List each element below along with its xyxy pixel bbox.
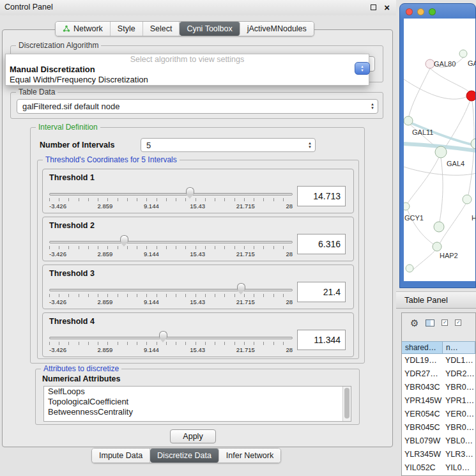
slider-thumb[interactable] — [159, 331, 167, 338]
scale-label: 15.43 — [190, 346, 205, 353]
list-scrollbar[interactable] — [342, 387, 351, 421]
threshold-3-slider[interactable]: -3.4262.8599.14415.4321.71528 — [49, 282, 293, 307]
attributes-group: Attributes to discretize Numerical Attri… — [35, 369, 360, 425]
network-icon — [63, 25, 70, 33]
network-node — [463, 195, 472, 204]
threshold-4-card: Threshold 4 -3.4262.8599.14415.4321.7152… — [42, 312, 354, 357]
popup-item-manual-discretization[interactable]: Manual Discretization — [6, 65, 369, 75]
cell: YBL0… — [443, 434, 475, 448]
slider-thumb[interactable] — [120, 235, 128, 242]
checkbox-icon[interactable]: ✓ — [441, 319, 448, 326]
network-edges — [404, 58, 476, 271]
column-header-shared-name[interactable]: shared… — [402, 341, 443, 354]
selected-network-node — [466, 91, 476, 101]
slider-scale: -3.4262.8599.14415.4321.71528 — [49, 298, 293, 305]
table-row[interactable]: YDL19…YDL1… — [402, 354, 475, 367]
cell: YBR0… — [443, 381, 475, 394]
close-traffic-light-icon[interactable] — [406, 8, 413, 15]
threshold-value-field[interactable]: 14.713 — [297, 186, 346, 206]
tab-infer-network[interactable]: Infer Network — [219, 449, 280, 463]
slider-thumb[interactable] — [186, 187, 194, 194]
tab-discretize-data[interactable]: Discretize Data — [150, 449, 219, 463]
zoom-traffic-light-icon[interactable] — [429, 8, 436, 15]
thresholds-group: Threshold's Coordinates for 5 Intervals … — [37, 160, 359, 359]
network-nodes[interactable] — [404, 50, 476, 272]
number-of-intervals-combobox[interactable]: 5 ▲▼ — [141, 138, 316, 152]
network-node — [433, 242, 441, 251]
interval-definition-group: Interval Definition Number of Intervals … — [30, 127, 365, 364]
scale-label: 2.859 — [98, 298, 113, 305]
threshold-value-field[interactable]: 21.4 — [297, 282, 346, 302]
list-item[interactable]: BetweennessCentrality — [44, 407, 351, 417]
scale-label: -3.426 — [49, 346, 66, 353]
cell: YER054C — [402, 408, 443, 421]
list-item[interactable]: TopologicalCoefficient — [44, 397, 351, 407]
scale-label: 28 — [286, 250, 293, 257]
tab-impute-data[interactable]: Impute Data — [92, 449, 150, 463]
table-row[interactable]: YBR045CYBR0… — [402, 421, 475, 434]
node-label: GA — [468, 59, 476, 67]
numerical-attributes-list[interactable]: SelfLoops TopologicalCoefficient Between… — [43, 386, 351, 422]
cyni-toolbox-panel: Discretization Algorithm Table Data galF… — [2, 29, 393, 447]
screen: { "window": {"title": "Control Panel"}, … — [0, 0, 476, 476]
window-traffic-lights — [406, 8, 436, 15]
slider-track[interactable] — [49, 241, 293, 243]
table-row[interactable]: YIL052CYIL0… — [402, 461, 475, 475]
cell: YLR3… — [443, 448, 475, 461]
minimize-traffic-light-icon[interactable] — [417, 8, 424, 15]
slider-track[interactable] — [49, 289, 293, 291]
combo-arrows-icon[interactable]: ▲▼ — [371, 103, 374, 110]
number-of-intervals-value: 5 — [146, 141, 151, 150]
group-title: Discretization Algorithm — [16, 41, 101, 50]
combo-arrows-icon[interactable]: ▲▼ — [308, 142, 312, 149]
scale-label: 2.859 — [98, 250, 113, 257]
table-data-group: Table Data galFiltered.sif default node … — [10, 92, 383, 119]
tab-style[interactable]: Style — [111, 22, 143, 36]
list-item[interactable]: SelfLoops — [44, 387, 351, 397]
table-row[interactable]: YPR145WYPR1… — [402, 394, 475, 408]
cell: YDR2… — [443, 367, 475, 381]
close-window-icon[interactable]: × — [384, 4, 390, 10]
slider-track[interactable] — [49, 193, 293, 196]
slider-scale: -3.4262.8599.14415.4321.71528 — [49, 346, 293, 353]
threshold-4-slider[interactable]: -3.4262.8599.14415.4321.71528 — [49, 330, 293, 355]
network-canvas[interactable]: GAL80 GA GAL11 GAL4 GCY1 H HAP2 — [404, 19, 476, 281]
combobox-stepper-button[interactable]: ▲▼ — [355, 62, 370, 75]
columns-icon[interactable] — [426, 319, 434, 326]
gear-icon[interactable]: ⚙ — [410, 318, 418, 328]
scale-label: 9.144 — [144, 298, 159, 305]
tab-label: Cyni Toolbox — [187, 24, 232, 33]
table-row[interactable]: YER054CYER0… — [402, 408, 475, 421]
slider-ticks — [49, 294, 293, 297]
threshold-1-card: Threshold 1 -3.4262.8599.14415.4321.7152… — [42, 169, 354, 213]
node-label: GAL11 — [412, 128, 433, 136]
table-row[interactable]: YBL079WYBL0… — [402, 434, 475, 448]
scrollbar-thumb[interactable] — [344, 388, 349, 418]
table-data-combobox[interactable]: galFiltered.sif default node ▲▼ — [17, 99, 378, 114]
table-row[interactable]: YDR27…YDR2… — [402, 367, 475, 381]
scale-label: 2.859 — [98, 203, 113, 210]
table-row[interactable]: YBR043CYBR0… — [402, 381, 475, 394]
column-header-name[interactable]: n… — [443, 341, 475, 354]
top-tab-bar: Network Style Select Cyni Toolbox jActiv… — [55, 21, 314, 36]
tab-cyni-toolbox[interactable]: Cyni Toolbox — [180, 22, 240, 36]
threshold-label: Threshold 1 — [49, 173, 95, 182]
cell: YBR043C — [402, 381, 443, 394]
threshold-1-slider[interactable]: -3.4262.8599.14415.4321.71528 — [49, 186, 293, 211]
slider-track[interactable] — [49, 337, 293, 339]
table-header-row: shared… n… — [402, 341, 475, 354]
threshold-2-card: Threshold 2 -3.4262.8599.14415.4321.7152… — [42, 217, 354, 261]
number-of-intervals-label: Number of Intervals — [40, 141, 114, 150]
tab-network[interactable]: Network — [56, 22, 111, 36]
table-row[interactable]: YLR345WYLR3… — [402, 448, 475, 461]
checkbox-icon[interactable]: ✓ — [455, 319, 461, 326]
float-window-icon[interactable] — [371, 4, 376, 10]
tab-select[interactable]: Select — [143, 22, 180, 36]
threshold-value-field[interactable]: 6.316 — [297, 234, 346, 254]
threshold-value-field[interactable]: 11.344 — [297, 330, 346, 350]
apply-button[interactable]: Apply — [170, 429, 216, 443]
slider-thumb[interactable] — [237, 283, 245, 290]
popup-item-equal-width[interactable]: Equal Width/Frequency Discretization — [6, 75, 369, 85]
threshold-2-slider[interactable]: -3.4262.8599.14415.4321.71528 — [49, 234, 293, 259]
tab-jactivemnodules[interactable]: jActiveMNodules — [240, 22, 314, 36]
